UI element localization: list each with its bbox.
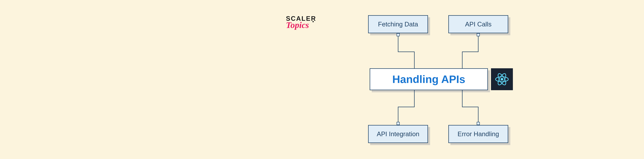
box-label: Error Handling (458, 130, 499, 138)
connector-node (396, 33, 400, 36)
connector-line (414, 90, 414, 107)
box-label: Fetching Data (378, 20, 418, 28)
scaler-topics-logo: SCALER Topics (286, 15, 316, 30)
connector-line (462, 107, 478, 107)
connector-node (396, 122, 400, 125)
box-label: API Calls (465, 20, 492, 28)
box-label: API Integration (377, 130, 419, 138)
connector-node (477, 122, 480, 125)
box-api-calls: API Calls (448, 15, 508, 33)
svg-point-0 (501, 78, 503, 81)
connector-line (478, 36, 478, 52)
connector-line (462, 90, 462, 107)
logo-dot (312, 21, 314, 22)
box-error-handling: Error Handling (448, 125, 508, 143)
connector-line (462, 52, 462, 68)
box-fetching-data: Fetching Data (368, 15, 428, 33)
connector-line (462, 52, 478, 52)
connector-line (478, 107, 478, 122)
connector-line (414, 52, 414, 68)
box-handling-apis: Handling APIs (370, 68, 488, 90)
react-icon-svg (494, 71, 510, 88)
connector-line (398, 52, 414, 52)
connector-node (477, 33, 480, 36)
box-api-integration: API Integration (368, 125, 428, 143)
connector-line (398, 107, 414, 107)
connector-line (398, 107, 398, 122)
diagram-container: Fetching Data API Calls Handling APIs (367, 14, 522, 144)
connector-line (398, 36, 398, 52)
center-label: Handling APIs (392, 73, 465, 86)
react-logo-icon (491, 68, 513, 90)
